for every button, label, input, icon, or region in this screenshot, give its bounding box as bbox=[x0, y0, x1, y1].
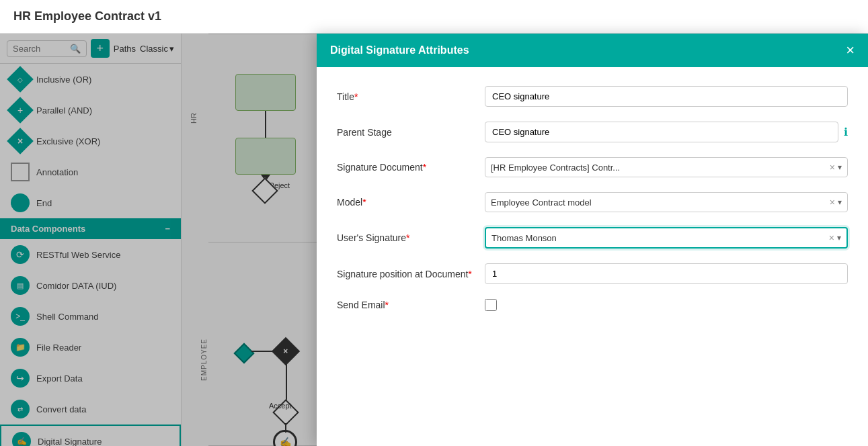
users-signature-row: User's Signature* Thomas Monson × ▾ bbox=[337, 227, 848, 249]
sig-pos-required-star: * bbox=[468, 269, 471, 279]
users-signature-arrow[interactable]: ▾ bbox=[837, 233, 841, 242]
app-title: HR Employee Contract v1 bbox=[13, 9, 161, 24]
signature-doc-row: Signature Document* [HR Employee Contrac… bbox=[337, 157, 848, 177]
signature-doc-select[interactable]: [HR Employee Contracts] Contr... × ▾ bbox=[485, 157, 848, 177]
title-input[interactable] bbox=[485, 86, 848, 107]
send-email-label: Send Email* bbox=[337, 300, 485, 310]
model-select[interactable]: Employee Contract model × ▾ bbox=[485, 192, 848, 212]
signature-position-input[interactable] bbox=[485, 263, 848, 284]
title-label: Title* bbox=[337, 91, 485, 102]
users-signature-value: Thomas Monson bbox=[491, 233, 829, 243]
parent-stage-label: Parent Stage bbox=[337, 127, 485, 138]
users-signature-clear[interactable]: × bbox=[829, 232, 834, 243]
send-email-required-star: * bbox=[385, 300, 389, 310]
parent-stage-row: Parent Stage ℹ bbox=[337, 122, 848, 142]
modal-title: Digital Signature Attributes bbox=[330, 44, 469, 56]
title-row: Title* bbox=[337, 86, 848, 107]
signature-doc-label: Signature Document* bbox=[337, 162, 485, 173]
info-icon[interactable]: ℹ bbox=[844, 126, 848, 138]
users-sig-required-star: * bbox=[406, 232, 409, 243]
users-signature-label: User's Signature* bbox=[337, 232, 485, 243]
signature-doc-value: [HR Employee Contracts] Contr... bbox=[491, 163, 830, 173]
signature-position-label: Signature position at Document* bbox=[337, 269, 485, 279]
model-clear[interactable]: × bbox=[830, 197, 835, 208]
model-value: Employee Contract model bbox=[491, 197, 830, 208]
signature-doc-arrow[interactable]: ▾ bbox=[838, 163, 842, 172]
model-label: Model* bbox=[337, 197, 485, 208]
model-required-star: * bbox=[362, 197, 366, 208]
users-signature-select[interactable]: Thomas Monson × ▾ bbox=[485, 227, 848, 249]
model-row: Model* Employee Contract model × ▾ bbox=[337, 192, 848, 212]
sig-doc-required-star: * bbox=[423, 162, 426, 173]
modal-header: Digital Signature Attributes × bbox=[317, 34, 868, 67]
modal-overlay: Digital Signature Attributes × Title* Pa… bbox=[0, 34, 868, 446]
parent-stage-input[interactable] bbox=[485, 122, 838, 142]
title-required-star: * bbox=[354, 91, 358, 102]
send-email-checkbox[interactable] bbox=[485, 299, 497, 311]
signature-doc-clear[interactable]: × bbox=[830, 162, 835, 173]
modal-close-button[interactable]: × bbox=[846, 43, 855, 58]
modal-body: Title* Parent Stage ℹ bbox=[317, 67, 868, 345]
model-arrow[interactable]: ▾ bbox=[838, 197, 842, 207]
modal-panel: Digital Signature Attributes × Title* Pa… bbox=[317, 34, 868, 446]
signature-position-row: Signature position at Document* bbox=[337, 263, 848, 284]
send-email-row: Send Email* bbox=[337, 299, 848, 311]
